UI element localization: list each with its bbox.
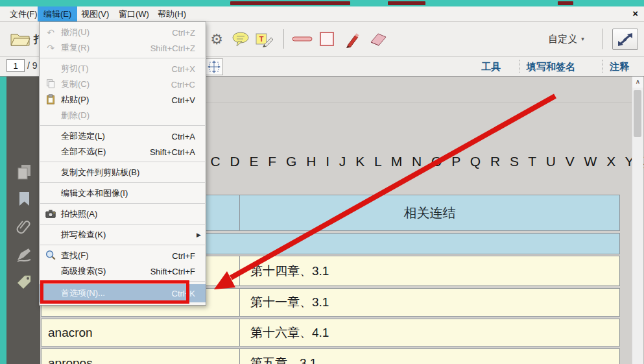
menu-item-label: 复制(C) xyxy=(61,79,171,90)
menu-item-find[interactable]: 查找(F) Ctrl+F xyxy=(40,248,206,263)
titlebar xyxy=(0,0,644,6)
edit-menu-dropdown: ↶ 撤消(U) Ctrl+Z ↷ 重复(R) Shift+Ctrl+Z 剪切(T… xyxy=(39,21,206,306)
signature-icon xyxy=(15,245,33,263)
menu-item-label: 删除(D) xyxy=(61,110,195,121)
line-tool-icon xyxy=(291,35,313,43)
pencil-tool-button[interactable] xyxy=(342,29,361,49)
dropdown-caret-icon: ▾ xyxy=(581,36,584,42)
close-button[interactable]: × xyxy=(629,6,641,21)
line-tool-button[interactable] xyxy=(291,30,314,47)
annotation-red-box xyxy=(40,280,189,304)
titlebar-text-fragment xyxy=(558,1,573,5)
scroll-up-icon: ∧ xyxy=(636,78,640,85)
expand-arrows-icon xyxy=(617,32,634,47)
menu-help[interactable]: 帮助(H) xyxy=(152,6,192,21)
menu-view[interactable]: 视图(V) xyxy=(75,6,115,21)
open-file-button[interactable] xyxy=(6,29,34,49)
pdf-reader-window: 文件(F) 编辑(E) 视图(V) 窗口(W) 帮助(H) × 打 ⚙ xyxy=(0,0,644,364)
customize-label: 自定义 xyxy=(548,33,577,45)
search-icon xyxy=(43,249,58,262)
comment-bubble-icon xyxy=(232,31,250,48)
menu-item-cut[interactable]: 剪切(T) Ctrl+X xyxy=(40,61,206,77)
command-name-cell: apropos xyxy=(42,349,239,364)
menu-item-shortcut: Ctrl+Z xyxy=(172,28,195,38)
menu-item-label: 撤消(U) xyxy=(61,27,172,38)
menu-item-shortcut: Ctrl+F xyxy=(172,251,195,261)
menu-item-label: 拼写检查(K) xyxy=(61,229,206,241)
customize-dropdown[interactable]: 自定义 ▾ xyxy=(542,30,590,47)
bookmarks-button[interactable] xyxy=(15,190,33,208)
menu-separator xyxy=(40,58,205,58)
menu-item-redo[interactable]: ↷ 重复(R) Shift+Ctrl+Z xyxy=(40,40,206,56)
window-left-edge xyxy=(0,76,6,364)
menu-item-delete[interactable]: 删除(D) xyxy=(40,108,206,123)
page-thumbnails-button[interactable] xyxy=(15,163,33,181)
submenu-arrow-icon: ▶ xyxy=(197,232,201,238)
scroll-up-button[interactable]: ∧ xyxy=(632,76,643,88)
fit-page-button[interactable] xyxy=(205,58,223,75)
redo-icon: ↷ xyxy=(43,43,58,53)
alphabet-index-links[interactable]: A B C D E F G H I J K L M N O P Q R S T … xyxy=(174,152,644,171)
menu-item-label: 拍快照(A) xyxy=(61,208,195,220)
menu-item-copy[interactable]: 复制(C) Ctrl+C xyxy=(40,77,206,92)
menu-item-shortcut: Ctrl+A xyxy=(172,132,195,141)
tab-separator xyxy=(602,60,602,73)
signatures-button[interactable] xyxy=(15,245,33,263)
menu-item-shortcut: Ctrl+V xyxy=(172,95,195,105)
menu-item-label: 重复(R) xyxy=(61,42,150,54)
menu-item-paste[interactable]: 粘贴(P) Ctrl+V xyxy=(40,92,206,108)
page-total-label: / 9 xyxy=(27,60,38,71)
folder-open-icon xyxy=(9,30,31,47)
menu-item-label: 编辑文本和图像(I) xyxy=(61,188,195,199)
menu-item-advanced-search[interactable]: 高级搜索(S) Shift+Ctrl+F xyxy=(40,263,206,279)
menu-item-label: 复制文件到剪贴板(B) xyxy=(61,167,195,178)
tab-comment[interactable]: 注释 xyxy=(610,59,629,75)
eraser-tool-icon xyxy=(366,31,388,47)
chapter-link[interactable]: 第十一章、3.1 xyxy=(239,289,619,316)
tab-tools[interactable]: 工具 xyxy=(481,59,501,75)
titlebar-text-fragment xyxy=(230,1,350,5)
paperclip-icon xyxy=(15,217,33,236)
menu-separator xyxy=(40,182,205,183)
menu-item-undo[interactable]: ↶ 撤消(U) Ctrl+Z xyxy=(40,25,206,40)
menu-item-copy-file-to-clipboard[interactable]: 复制文件到剪贴板(B) xyxy=(40,165,206,180)
toolbar-separator xyxy=(602,29,602,49)
text-note-icon: T xyxy=(255,30,274,49)
menu-item-take-snapshot[interactable]: 拍快照(A) xyxy=(40,206,206,222)
menu-item-shortcut: Ctrl+X xyxy=(172,64,195,74)
scrollbar-thumb[interactable] xyxy=(634,90,641,137)
menu-separator xyxy=(40,203,205,204)
menu-item-label: 粘贴(P) xyxy=(61,94,172,106)
page-number-input[interactable] xyxy=(6,59,25,72)
menu-item-edit-text-and-images[interactable]: 编辑文本和图像(I) xyxy=(40,186,206,201)
table-header-links-cell: 相关连结 xyxy=(239,195,619,230)
tab-separator xyxy=(519,60,519,73)
attachments-button[interactable] xyxy=(15,217,33,236)
menu-item-select-all[interactable]: 全部选定(L) Ctrl+A xyxy=(40,128,206,144)
tab-fill-sign[interactable]: 填写和签名 xyxy=(527,59,575,75)
chapter-link[interactable]: 第十四章、3.1 xyxy=(239,256,619,285)
fullscreen-button[interactable] xyxy=(612,29,638,50)
undo-icon: ↶ xyxy=(43,28,58,37)
rectangle-tool-icon xyxy=(318,30,335,47)
eraser-tool-button[interactable] xyxy=(365,30,388,47)
tags-button[interactable] xyxy=(15,273,33,291)
chapter-link[interactable]: 第十六章、4.1 xyxy=(239,319,619,346)
command-name-cell: anacron xyxy=(42,319,239,346)
vertical-scrollbar[interactable]: ∧ xyxy=(632,76,643,364)
fit-page-icon xyxy=(208,60,221,73)
menu-item-shortcut: Shift+Ctrl+Z xyxy=(150,43,195,53)
menu-item-shortcut: Shift+Ctrl+A xyxy=(150,147,195,157)
rectangle-tool-button[interactable] xyxy=(318,30,336,48)
menu-item-spell-check[interactable]: 拼写检查(K) ▶ xyxy=(40,227,206,243)
comment-tool-button[interactable] xyxy=(231,30,250,49)
menu-edit[interactable]: 编辑(E) xyxy=(38,6,77,21)
bookmark-icon xyxy=(15,190,33,208)
chapter-link[interactable]: 第五章、3.1 xyxy=(239,349,619,364)
menu-item-label: 高级搜索(S) xyxy=(61,265,150,277)
settings-button[interactable]: ⚙ xyxy=(208,30,226,49)
menu-item-deselect-all[interactable]: 全部不选(E) Shift+Ctrl+A xyxy=(40,144,206,160)
menu-item-label: 剪切(T) xyxy=(61,63,172,75)
menu-window[interactable]: 窗口(W) xyxy=(113,6,155,21)
text-note-tool-button[interactable]: T xyxy=(254,30,275,49)
